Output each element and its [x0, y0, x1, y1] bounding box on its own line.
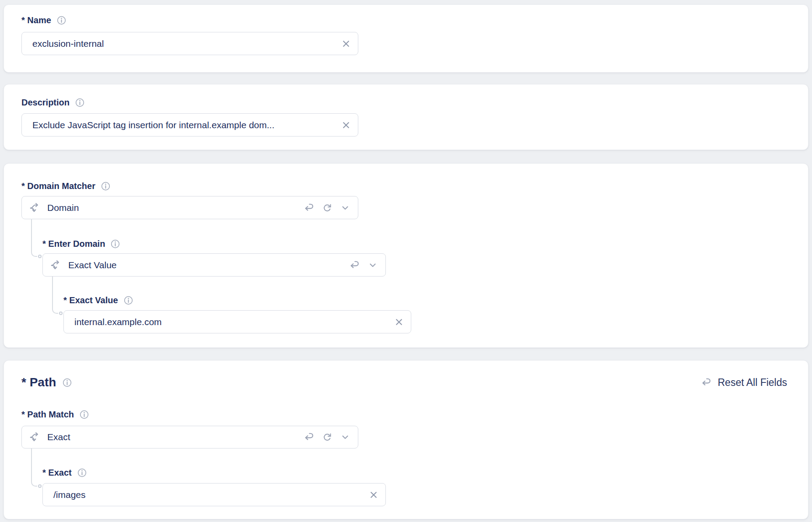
path-match-selector-value: Exact: [47, 432, 297, 442]
domain-matcher-selector[interactable]: Domain: [21, 196, 358, 219]
exact-label: * Exact: [42, 467, 72, 478]
name-input-wrapper: [21, 32, 358, 55]
undo-icon: [701, 377, 712, 388]
chevron-down-icon[interactable]: [340, 431, 351, 443]
info-icon[interactable]: [75, 98, 85, 108]
enter-domain-label: * Enter Domain: [42, 238, 105, 249]
description-field-card: Description: [4, 84, 808, 150]
reset-all-fields-button[interactable]: Reset All Fields: [701, 377, 787, 389]
enter-domain-selector-value: Exact Value: [68, 260, 343, 270]
info-icon[interactable]: [123, 295, 133, 305]
exact-value-label: * Exact Value: [63, 294, 118, 306]
branch-icon: [50, 259, 61, 271]
enter-domain-level: * Enter Domain Exact Value * Exact Value: [42, 219, 791, 333]
domain-matcher-card: * Domain Matcher Domain * Enter Domain: [4, 163, 808, 348]
info-icon[interactable]: [110, 239, 120, 249]
exact-level: * Exact: [42, 448, 787, 506]
chevron-down-icon[interactable]: [367, 259, 378, 271]
path-match-selector[interactable]: Exact: [21, 426, 358, 448]
info-icon[interactable]: [77, 468, 87, 478]
clear-exact-icon[interactable]: [368, 489, 379, 501]
description-input[interactable]: [32, 120, 340, 130]
exact-input-wrapper: [42, 483, 386, 506]
tree-connector: [31, 448, 37, 487]
chevron-down-icon[interactable]: [340, 202, 351, 214]
refresh-icon[interactable]: [322, 202, 333, 214]
info-icon[interactable]: [101, 181, 111, 191]
undo-icon[interactable]: [349, 259, 360, 271]
path-match-label: * Path Match: [21, 409, 74, 420]
reset-all-fields-label: Reset All Fields: [718, 377, 787, 389]
domain-matcher-label: * Domain Matcher: [21, 180, 95, 192]
path-heading: * Path: [21, 375, 56, 390]
info-icon[interactable]: [79, 410, 89, 420]
description-label: Description: [21, 97, 70, 108]
undo-icon[interactable]: [304, 202, 315, 214]
clear-name-icon[interactable]: [340, 38, 352, 49]
info-icon[interactable]: [56, 15, 66, 25]
tree-connector: [31, 219, 37, 257]
exact-input[interactable]: [53, 490, 368, 500]
branch-icon: [29, 431, 40, 443]
domain-matcher-selector-value: Domain: [47, 203, 297, 213]
exact-value-input-wrapper: [63, 310, 411, 333]
tree-connector: [52, 277, 58, 314]
branch-icon: [29, 202, 40, 214]
enter-domain-selector[interactable]: Exact Value: [42, 253, 386, 277]
name-field-card: * Name: [4, 4, 808, 73]
exact-value-level: * Exact Value: [63, 277, 791, 333]
path-card: * Path Reset All Fields * Path Match Exa…: [4, 360, 808, 519]
clear-description-icon[interactable]: [340, 119, 352, 131]
clear-exact-value-icon[interactable]: [393, 316, 405, 328]
name-input[interactable]: [32, 39, 340, 49]
refresh-icon[interactable]: [322, 431, 333, 443]
info-icon[interactable]: [62, 378, 72, 388]
undo-icon[interactable]: [304, 431, 315, 443]
name-label: * Name: [21, 14, 51, 26]
description-input-wrapper: [21, 113, 358, 137]
exact-value-input[interactable]: [74, 317, 393, 327]
